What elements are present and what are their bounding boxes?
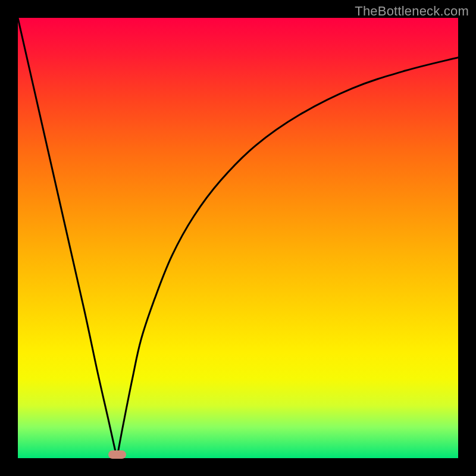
bottleneck-curve	[18, 18, 458, 458]
watermark-text: TheBottleneck.com	[355, 4, 469, 19]
curve-path	[18, 18, 458, 458]
chart-frame: TheBottleneck.com	[0, 0, 476, 476]
plot-area	[18, 18, 458, 458]
optimal-point-marker	[108, 450, 126, 459]
